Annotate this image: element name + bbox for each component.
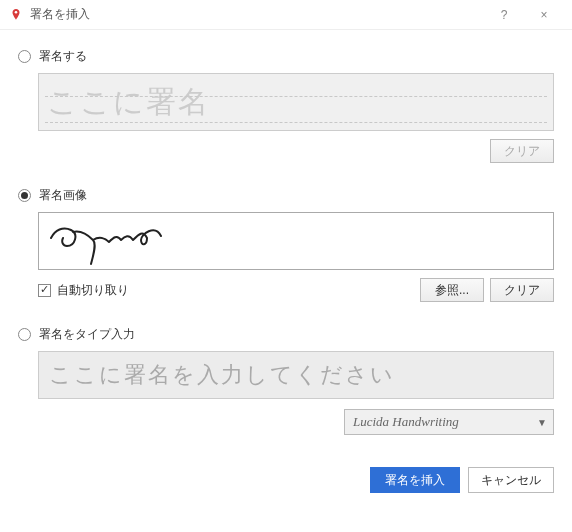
draw-signature-area[interactable]: ここに署名: [38, 73, 554, 131]
cancel-button[interactable]: キャンセル: [468, 467, 554, 493]
radio-type[interactable]: [18, 328, 31, 341]
draw-placeholder: ここに署名: [47, 82, 210, 123]
svg-point-0: [15, 11, 18, 14]
font-select-value: Lucida Handwriting: [353, 414, 459, 430]
auto-trim-row[interactable]: 自動切り取り: [38, 282, 129, 299]
draw-clear-button[interactable]: クリア: [490, 139, 554, 163]
close-button[interactable]: ×: [524, 0, 564, 30]
image-clear-label: クリア: [504, 282, 540, 299]
dialog-footer: 署名を挿入 キャンセル: [0, 455, 572, 507]
option-draw[interactable]: 署名する: [18, 48, 554, 65]
option-type[interactable]: 署名をタイプ入力: [18, 326, 554, 343]
chevron-down-icon: ▼: [537, 417, 547, 428]
radio-draw[interactable]: [18, 50, 31, 63]
close-icon: ×: [540, 8, 547, 22]
guide-line-top: [45, 96, 547, 97]
app-icon: [8, 7, 24, 23]
insert-button[interactable]: 署名を挿入: [370, 467, 460, 493]
option-image[interactable]: 署名画像: [18, 187, 554, 204]
radio-image[interactable]: [18, 189, 31, 202]
insert-label: 署名を挿入: [385, 472, 445, 489]
window-title: 署名を挿入: [30, 6, 484, 23]
signature-image-area[interactable]: [38, 212, 554, 270]
auto-trim-checkbox[interactable]: [38, 284, 51, 297]
option-type-label: 署名をタイプ入力: [39, 326, 135, 343]
titlebar: 署名を挿入 ? ×: [0, 0, 572, 30]
dialog-content: 署名する ここに署名 クリア 署名画像 自動切り取り 参照...: [0, 30, 572, 455]
signature-image: [43, 216, 173, 266]
draw-clear-label: クリア: [504, 143, 540, 160]
font-select[interactable]: Lucida Handwriting ▼: [344, 409, 554, 435]
option-draw-label: 署名する: [39, 48, 87, 65]
type-signature-area[interactable]: ここに署名を入力してください: [38, 351, 554, 399]
image-clear-button[interactable]: クリア: [490, 278, 554, 302]
cancel-label: キャンセル: [481, 472, 541, 489]
option-image-label: 署名画像: [39, 187, 87, 204]
help-icon: ?: [501, 8, 508, 22]
type-placeholder: ここに署名を入力してください: [49, 360, 395, 390]
auto-trim-label: 自動切り取り: [57, 282, 129, 299]
browse-label: 参照...: [435, 282, 469, 299]
help-button[interactable]: ?: [484, 0, 524, 30]
guide-line-bottom: [45, 122, 547, 123]
browse-button[interactable]: 参照...: [420, 278, 484, 302]
